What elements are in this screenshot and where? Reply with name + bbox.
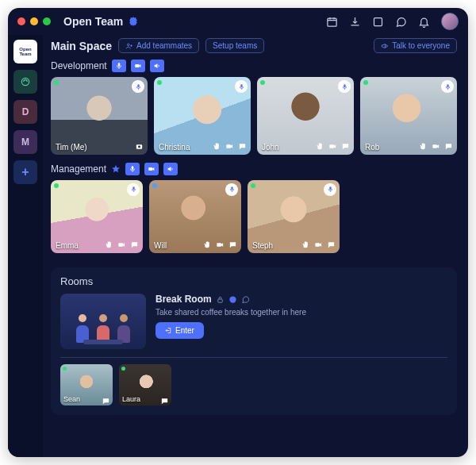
close-window-button[interactable] (17, 17, 25, 25)
verified-icon (128, 16, 139, 27)
mic-indicator (441, 80, 454, 93)
talk-to-everyone-button[interactable]: Talk to everyone (374, 38, 457, 53)
microphone-icon (129, 165, 136, 173)
speaker-icon (167, 165, 175, 173)
sidebar-item-green[interactable] (13, 70, 37, 94)
chat-icon[interactable] (395, 16, 407, 28)
screen-icon[interactable] (372, 16, 384, 28)
sidebar-item-m[interactable]: M (13, 130, 37, 154)
add-teammates-label: Add teammates (136, 41, 192, 50)
sidebar-item-d[interactable]: D (13, 100, 37, 124)
talk-everyone-label: Talk to everyone (392, 41, 450, 50)
hand-icon[interactable] (212, 141, 222, 152)
user-avatar[interactable] (441, 13, 459, 30)
maximize-window-button[interactable] (43, 17, 51, 25)
svg-rect-13 (447, 84, 448, 87)
hand-icon[interactable] (202, 240, 213, 250)
chat-icon[interactable] (443, 141, 454, 152)
svg-rect-20 (217, 244, 221, 248)
bell-icon[interactable] (418, 16, 430, 28)
calendar-icon[interactable] (326, 16, 338, 28)
rooms-panel: Rooms Break Room (51, 267, 457, 415)
room-card-break-room: Break Room Take shared coffee breaks tog… (60, 294, 447, 349)
chat-icon[interactable] (102, 394, 110, 403)
dev-speaker-button[interactable] (150, 60, 164, 72)
person-name: Steph (252, 241, 273, 250)
sidebar-add-button[interactable]: + (13, 160, 37, 184)
camera-icon (134, 62, 142, 70)
lock-icon (216, 295, 225, 304)
mic-indicator (127, 183, 140, 196)
hand-icon[interactable] (418, 141, 428, 152)
person-name: Christina (159, 143, 190, 152)
person-tile[interactable]: Tim (Me) (51, 77, 148, 155)
mgmt-camera-button[interactable] (144, 163, 159, 175)
svg-rect-4 (117, 63, 120, 67)
add-teammates-button[interactable]: Add teammates (118, 38, 199, 53)
svg-rect-23 (217, 299, 222, 302)
mgmt-mic-button[interactable] (125, 163, 140, 175)
status-indicator (251, 183, 255, 188)
svg-rect-22 (315, 244, 320, 248)
person-tile[interactable]: Rob (360, 77, 457, 155)
chat-icon[interactable] (160, 394, 169, 403)
room-illustration (60, 294, 146, 349)
room-person-tile[interactable]: Laura (119, 364, 171, 405)
section-management-title: Management (51, 163, 106, 175)
svg-rect-1 (374, 17, 382, 25)
tile-controls (418, 141, 454, 152)
person-tile[interactable]: John (257, 77, 354, 155)
svg-rect-19 (231, 186, 232, 190)
person-tile[interactable]: Emma (51, 180, 143, 254)
video-icon[interactable] (215, 240, 225, 250)
mgmt-speaker-button[interactable] (163, 163, 178, 175)
chat-icon[interactable] (326, 240, 336, 250)
main-content: Main Space Add teammates Setup teams Tal… (43, 35, 468, 457)
enter-room-button[interactable]: Enter (155, 322, 204, 339)
sidebar-item-workspace[interactable]: Open Team (13, 40, 37, 63)
status-indicator (363, 80, 368, 85)
dev-mic-button[interactable] (112, 60, 126, 72)
svg-point-24 (229, 296, 236, 302)
camera-icon[interactable] (134, 141, 144, 152)
room-description: Take shared coffee breaks together in he… (155, 307, 447, 317)
download-icon[interactable] (349, 16, 361, 28)
person-name: Emma (56, 241, 79, 250)
camera-icon (148, 165, 155, 173)
status-indicator (260, 80, 265, 85)
svg-rect-21 (329, 186, 331, 190)
add-user-icon (125, 42, 133, 50)
person-tile[interactable]: Steph (248, 180, 340, 254)
chat-icon[interactable] (237, 141, 248, 152)
video-icon[interactable] (431, 141, 441, 152)
chat-icon[interactable] (129, 240, 140, 250)
svg-point-2 (21, 78, 29, 85)
hand-icon[interactable] (104, 240, 114, 250)
chat-icon[interactable] (228, 240, 238, 250)
section-development-title: Development (51, 60, 107, 71)
app-title-text: Open Team (63, 15, 123, 28)
svg-rect-15 (132, 166, 134, 170)
dev-camera-button[interactable] (131, 60, 145, 72)
person-name: Laura (122, 395, 140, 403)
video-icon[interactable] (225, 141, 235, 152)
hand-icon[interactable] (301, 240, 311, 250)
tile-controls (301, 240, 336, 250)
chat-icon[interactable] (241, 295, 250, 304)
video-icon[interactable] (117, 240, 127, 250)
video-icon[interactable] (313, 240, 324, 250)
setup-teams-button[interactable]: Setup teams (205, 38, 264, 53)
chat-icon[interactable] (340, 141, 351, 152)
room-person-tile[interactable]: Sean (60, 364, 113, 405)
person-tile[interactable]: Christina (154, 77, 251, 155)
mic-indicator (338, 80, 351, 93)
management-grid: Emma Will Steph (51, 180, 457, 254)
video-icon[interactable] (328, 141, 338, 152)
minimize-window-button[interactable] (30, 17, 38, 25)
hand-icon[interactable] (315, 141, 325, 152)
person-tile[interactable]: Will (149, 180, 241, 254)
room-people-row: Sean Laura (60, 364, 447, 405)
svg-rect-11 (344, 84, 345, 87)
plus-icon: + (21, 165, 29, 179)
person-name: Tim (Me) (56, 143, 87, 152)
